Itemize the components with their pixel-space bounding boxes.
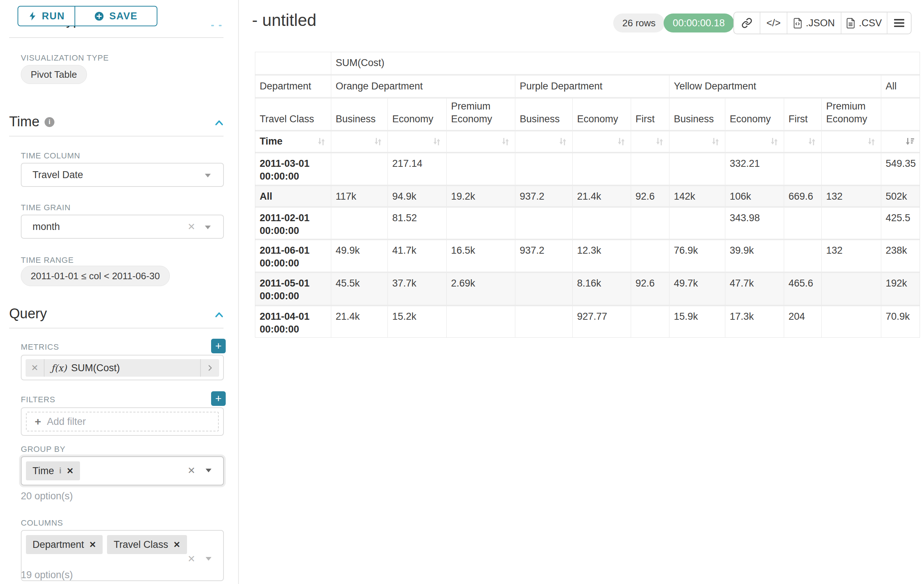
csv-label: .CSV [859, 18, 882, 29]
viz-type-pill[interactable]: Pivot Table [21, 65, 87, 84]
col-group-header: Orange Department [331, 76, 515, 97]
time-grain-select[interactable]: month ✕ [21, 215, 224, 239]
clear-icon[interactable]: ✕ [187, 465, 195, 476]
table-row: DepartmentOrange DepartmentPurple Depart… [255, 76, 920, 97]
row-label: All [255, 186, 331, 206]
metrics-label: METRICS [21, 342, 59, 352]
sort-icon[interactable] [500, 137, 511, 147]
chevron-down-icon[interactable] [205, 225, 211, 229]
chevron-down-icon[interactable] [205, 174, 211, 178]
sort-icon[interactable] [432, 137, 442, 147]
cell-value: 81.52 [388, 208, 447, 239]
class-header-cell: Business [670, 99, 725, 130]
class-header-cell: Business [515, 99, 573, 130]
info-icon[interactable]: i [45, 117, 54, 127]
cell-value: 332.21 [725, 153, 784, 185]
sort-icon[interactable] [769, 137, 779, 147]
filters-label: FILTERS [21, 395, 55, 405]
sort-cell [881, 132, 920, 152]
cell-value [515, 273, 573, 305]
cell-value: 45.5k [331, 273, 388, 305]
cell-value: 142k [670, 186, 725, 206]
table-row: SUM(Cost) [255, 52, 920, 74]
sort-icon[interactable] [316, 137, 327, 147]
add-metric-button[interactable]: + [211, 339, 226, 353]
cell-value: 425.5 [881, 208, 920, 239]
cell-value: 37.7k [388, 273, 447, 305]
sort-icon[interactable] [710, 137, 721, 147]
table-row: 2011-03-01 00:00:00217.14332.21549.35 [255, 153, 920, 185]
chevron-up-icon[interactable] [213, 309, 225, 321]
chevron-right-icon[interactable] [200, 359, 219, 377]
remove-chip-icon[interactable]: ✕ [173, 540, 180, 550]
time-section-label: Time [9, 114, 40, 129]
class-header-cell: First [631, 99, 670, 130]
metric-header-cell: SUM(Cost) [331, 52, 920, 74]
export-json-button[interactable]: .JSON [787, 12, 841, 34]
groupby-select[interactable]: Time i ✕ ✕ [21, 456, 224, 485]
sort-cell [631, 132, 670, 152]
time-column-select[interactable]: Travel Date [21, 163, 224, 187]
remove-metric-icon[interactable]: ✕ [26, 359, 45, 377]
cell-value: 465.6 [784, 273, 822, 305]
lightning-icon [28, 12, 37, 21]
remove-chip-icon[interactable]: ✕ [89, 540, 96, 550]
cell-value: 49.9k [331, 240, 388, 271]
chip-label: Travel Class [114, 539, 168, 550]
sort-icon[interactable] [807, 137, 817, 147]
time-grain-value: month [33, 221, 60, 232]
travel-class-header-cell: Travel Class [255, 99, 331, 130]
add-filter-button[interactable]: + Add filter [26, 412, 219, 431]
share-link-button[interactable] [734, 12, 760, 34]
chevron-down-icon[interactable] [206, 557, 211, 561]
row-label: 2011-06-01 00:00:00 [255, 240, 331, 271]
class-header-cell [881, 99, 920, 130]
sort-icon[interactable] [558, 137, 568, 147]
metric-chip[interactable]: ✕ ƒ(x) SUM(Cost) [26, 359, 219, 377]
columns-chip-department[interactable]: Department ✕ [26, 535, 102, 554]
remove-chip-icon[interactable]: ✕ [66, 466, 73, 476]
time-grain-label: TIME GRAIN [21, 203, 71, 212]
chevron-up-icon[interactable] [213, 117, 225, 129]
view-query-button[interactable]: </> [760, 12, 787, 34]
class-header-cell: Economy [725, 99, 784, 130]
cell-value: 70.9k [881, 306, 920, 337]
cell-value: 204 [784, 306, 822, 337]
export-csv-button[interactable]: .CSV [841, 12, 887, 34]
sort-cell [573, 132, 631, 152]
save-button[interactable]: SAVE [75, 6, 157, 26]
col-group-header: Yellow Department [670, 76, 881, 97]
sort-icon[interactable] [616, 137, 626, 147]
cell-value [822, 306, 881, 337]
clear-icon[interactable]: ✕ [187, 553, 195, 565]
table-row: 2011-02-01 00:00:0081.52343.98425.5 [255, 208, 920, 239]
chip-label: Time [33, 466, 54, 477]
chevron-down-icon[interactable] [206, 469, 211, 472]
clear-icon[interactable]: ✕ [187, 221, 195, 232]
cell-value: 15.2k [388, 306, 447, 337]
menu-button[interactable] [887, 12, 911, 34]
time-column-label: TIME COLUMN [21, 151, 80, 161]
columns-label: COLUMNS [21, 518, 63, 528]
cell-value [784, 240, 822, 271]
columns-chip-travel-class[interactable]: Travel Class ✕ [107, 535, 186, 554]
chart-title[interactable]: - untitled [252, 10, 316, 30]
run-button[interactable]: RUN [18, 6, 75, 26]
query-timer-badge: 00:00:00.18 [663, 13, 734, 33]
groupby-chip-time[interactable]: Time i ✕ [26, 461, 80, 480]
sort-icon[interactable] [866, 137, 876, 147]
cell-value: 217.14 [388, 153, 447, 185]
row-label: 2011-03-01 00:00:00 [255, 153, 331, 185]
add-filter-plus-button[interactable]: + [211, 391, 226, 406]
time-range-pill[interactable]: 2011-01-01 ≤ col < 2011-06-30 [21, 266, 170, 286]
cell-value: 21.4k [331, 306, 388, 337]
control-panel: Chart Type RUN SAVE VISUALIZATION TYPE P… [0, 0, 239, 584]
sort-descending-icon[interactable] [905, 137, 915, 147]
class-header-cell: First [784, 99, 822, 130]
info-icon[interactable]: i [59, 466, 61, 475]
cell-value: 41.7k [388, 240, 447, 271]
sort-icon[interactable] [373, 137, 383, 147]
add-filter-label: Add filter [47, 416, 86, 428]
time-section-heading: Timei [9, 114, 54, 130]
sort-icon[interactable] [655, 137, 665, 147]
